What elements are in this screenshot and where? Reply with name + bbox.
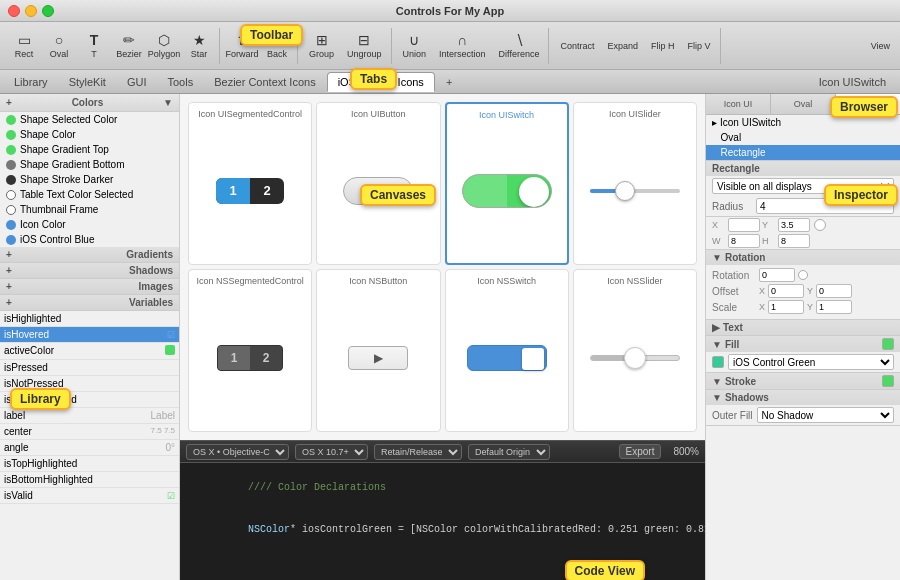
library-item-table-text[interactable]: Table Text Color Selected	[0, 187, 179, 202]
union-button[interactable]: ∪Union	[397, 29, 433, 63]
browser-item-rectangle[interactable]: Rectangle	[706, 145, 900, 160]
tab-library[interactable]: Library	[4, 72, 58, 92]
panel-more-icon[interactable]: ▼	[163, 97, 173, 108]
canvas-ns-segmented[interactable]: Icon NSSegmentedControl 1 2	[188, 269, 312, 432]
transforms-collapse[interactable]: ▼	[712, 252, 722, 263]
tab-icon-uiswitch[interactable]: Icon UISwitch	[809, 72, 896, 92]
view-button[interactable]: View	[865, 29, 896, 63]
tab-add[interactable]: +	[436, 72, 462, 92]
scale-x[interactable]	[768, 300, 804, 314]
rotation-x[interactable]	[759, 268, 795, 282]
oval-tool[interactable]: ○Oval	[42, 29, 76, 63]
ns-switch-knob	[522, 348, 544, 370]
fullscreen-button[interactable]	[42, 5, 54, 17]
contract-button[interactable]: Contract	[554, 29, 600, 63]
canvas-ns-switch[interactable]: Icon NSSwitch	[445, 269, 569, 432]
text-collapse[interactable]: ▶	[712, 322, 720, 333]
table-row-isTopHighlighted[interactable]: isTopHighlighted	[0, 456, 179, 472]
flip-h-button[interactable]: Flip H	[645, 29, 681, 63]
table-row-activeColor[interactable]: activeColor	[0, 343, 179, 360]
library-item-icon-color[interactable]: Icon Color	[0, 217, 179, 232]
slider-widget[interactable]	[590, 181, 680, 201]
table-row-isValid[interactable]: isValid ☑	[0, 488, 179, 504]
polygon-tool[interactable]: ⬡Polygon	[147, 29, 181, 63]
ns-seg-btn-1[interactable]: 1	[218, 346, 250, 370]
offset-x[interactable]	[768, 284, 804, 298]
switch-widget[interactable]	[462, 174, 552, 208]
table-row-isPressed[interactable]: isPressed	[0, 360, 179, 376]
tab-bar: Tabs Library StyleKit GUI Tools Bezier C…	[0, 70, 900, 94]
flip-v-button[interactable]: Flip V	[682, 29, 717, 63]
ns-slider-knob[interactable]	[624, 347, 646, 369]
group-button[interactable]: ⊞Group	[303, 29, 340, 63]
table-row-isBottomHighlighted[interactable]: isBottomHighlighted	[0, 472, 179, 488]
position-circle[interactable]	[814, 219, 826, 231]
y-input[interactable]	[778, 218, 810, 232]
text-tool[interactable]: TT	[77, 29, 111, 63]
scale-y[interactable]	[816, 300, 852, 314]
intersection-button[interactable]: ∩Intersection	[433, 29, 492, 63]
tab-bezier-context[interactable]: Bezier Context Icons	[204, 72, 326, 92]
slider-knob[interactable]	[615, 181, 635, 201]
table-row-label[interactable]: label Label	[0, 408, 179, 424]
seg-btn-1[interactable]: 1	[216, 178, 250, 204]
difference-button[interactable]: ∖Difference	[493, 29, 546, 63]
rect-tool[interactable]: ▭Rect	[7, 29, 41, 63]
panel-plus-icon[interactable]: +	[6, 97, 12, 108]
ungroup-button[interactable]: ⊟Ungroup	[341, 29, 388, 63]
tab-tools[interactable]: Tools	[157, 72, 203, 92]
browser-item-oval[interactable]: Oval	[706, 130, 900, 145]
offset-y[interactable]	[816, 284, 852, 298]
table-row-angle[interactable]: angle 0°	[0, 440, 179, 456]
w-input[interactable]	[728, 234, 760, 248]
shadows-section[interactable]: + Shadows	[0, 263, 179, 279]
ns-seg-btn-2[interactable]: 2	[250, 346, 282, 370]
library-item-shape-color[interactable]: Shape Color	[0, 127, 179, 142]
stroke-collapse[interactable]: ▼	[712, 376, 722, 387]
expand-button[interactable]: Expand	[601, 29, 644, 63]
library-item-stroke-darker[interactable]: Shape Stroke Darker	[0, 172, 179, 187]
canvas-ns-slider[interactable]: Icon NSSlider	[573, 269, 697, 432]
gradients-section[interactable]: + Gradients	[0, 247, 179, 263]
tab-stylekit[interactable]: StyleKit	[59, 72, 116, 92]
canvas-switch[interactable]: Icon UISwitch	[445, 102, 569, 265]
fill-color-select[interactable]: iOS Control Green	[728, 354, 894, 370]
shadows-collapse[interactable]: ▼	[712, 392, 722, 403]
tab-gui[interactable]: GUI	[117, 72, 157, 92]
canvas-slider[interactable]: Icon UISlider	[573, 102, 697, 265]
library-item-ios-control-blue[interactable]: iOS Control Blue	[0, 232, 179, 247]
os-version-select[interactable]: OS X 10.7+	[295, 444, 368, 460]
rotation-circle[interactable]	[798, 270, 808, 280]
seg-btn-2[interactable]: 2	[250, 178, 284, 204]
export-button[interactable]: Export	[619, 444, 662, 459]
library-item-gradient-bottom[interactable]: Shape Gradient Bottom	[0, 157, 179, 172]
inspector-tab-icon-ui[interactable]: Icon UI	[706, 94, 771, 114]
canvas-ns-button[interactable]: Icon NSButton ▶	[316, 269, 440, 432]
close-button[interactable]	[8, 5, 20, 17]
x-input[interactable]	[728, 218, 760, 232]
library-item-gradient-top[interactable]: Shape Gradient Top	[0, 142, 179, 157]
images-section[interactable]: + Images	[0, 279, 179, 295]
h-input[interactable]	[778, 234, 810, 248]
code-view: Code View OS X • Objective-C OS X 10.7+ …	[180, 440, 705, 580]
canvas-segmented-control[interactable]: Icon UISegmentedControl 1 2	[188, 102, 312, 265]
variables-section[interactable]: + Variables	[0, 295, 179, 311]
table-row-center[interactable]: center 7.5 7.5	[0, 424, 179, 440]
minimize-button[interactable]	[25, 5, 37, 17]
table-row-isHighlighted[interactable]: isHighlighted	[0, 311, 179, 327]
ns-switch-widget[interactable]	[467, 345, 547, 371]
inspector-tab-oval[interactable]: Oval	[771, 94, 836, 114]
ns-slider-widget[interactable]	[590, 348, 680, 368]
library-item-thumbnail[interactable]: Thumbnail Frame	[0, 202, 179, 217]
switch-knob	[519, 177, 549, 207]
language-select[interactable]: OS X • Objective-C	[186, 444, 289, 460]
fill-collapse[interactable]: ▼	[712, 339, 722, 350]
bezier-tool[interactable]: ✏Bezier	[112, 29, 146, 63]
memory-select[interactable]: Retain/Release	[374, 444, 462, 460]
origin-select[interactable]: Default Origin	[468, 444, 550, 460]
ns-button-widget[interactable]: ▶	[348, 346, 408, 370]
library-item-shape-selected[interactable]: Shape Selected Color	[0, 112, 179, 127]
star-tool[interactable]: ★Star	[182, 29, 216, 63]
no-shadow-select[interactable]: No Shadow	[757, 407, 894, 423]
table-row-isHovered[interactable]: isHovered ☑	[0, 327, 179, 343]
